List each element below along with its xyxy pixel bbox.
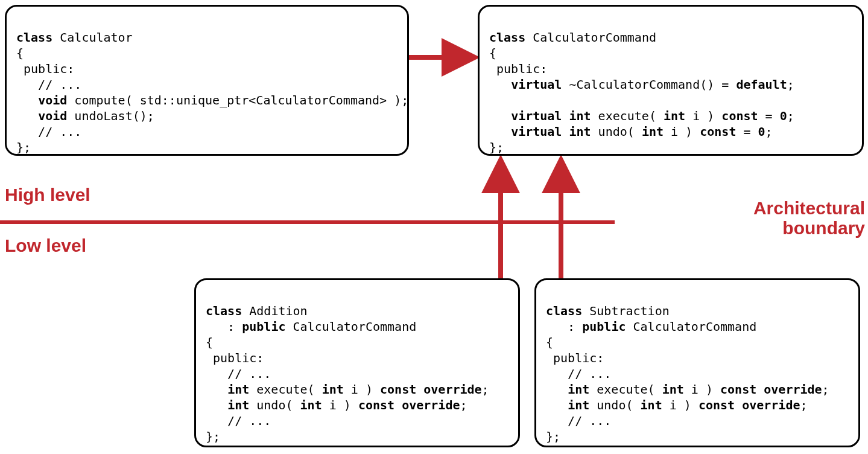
t: // ...: [546, 366, 611, 381]
kw-int: int: [662, 382, 684, 397]
t: CalculatorCommand: [285, 319, 416, 334]
t: ;: [787, 109, 794, 123]
t: undoLast();: [67, 109, 154, 123]
t: ;: [822, 382, 829, 397]
t: ;: [787, 77, 794, 92]
t: {: [206, 335, 213, 350]
kw-class: class: [16, 30, 52, 45]
t: i ): [322, 398, 358, 412]
kw-int: int: [227, 382, 249, 397]
t: Addition: [242, 304, 307, 318]
kw-virtual: virtual: [511, 77, 562, 92]
t: i ): [344, 382, 380, 397]
t: undo(: [249, 398, 300, 412]
t: };: [546, 429, 560, 444]
kw-public: public: [582, 319, 626, 334]
t: };: [489, 140, 504, 155]
t: i ): [662, 398, 699, 412]
t: [546, 398, 568, 412]
kw-class: class: [546, 304, 582, 318]
kw-virtual-int: virtual int: [511, 109, 591, 123]
t: =: [736, 124, 758, 139]
t: ;: [460, 398, 467, 412]
t: // ...: [16, 124, 81, 139]
kw-int: int: [642, 124, 664, 139]
t: i ): [664, 124, 700, 139]
t: [546, 382, 568, 397]
kw-const: const: [721, 109, 758, 123]
t: compute( std::unique_ptr<CalculatorComma…: [67, 93, 408, 107]
t: };: [16, 140, 31, 155]
t: [489, 109, 511, 123]
t: [206, 398, 227, 412]
box-calculator: class Calculator { public: // ... void c…: [5, 5, 409, 156]
kw-int: int: [300, 398, 322, 412]
t: Calculator: [52, 30, 132, 45]
t: Subtraction: [582, 304, 670, 318]
t: [489, 124, 511, 139]
t: ;: [482, 382, 489, 397]
t: CalculatorCommand: [626, 319, 756, 334]
kw-const-override: const override: [720, 382, 822, 397]
t: {: [546, 335, 553, 350]
box-calculator-command: class CalculatorCommand { public: virtua…: [478, 5, 864, 156]
t: // ...: [16, 77, 81, 92]
kw-int: int: [568, 398, 589, 412]
t: public:: [206, 351, 264, 365]
t: // ...: [206, 414, 271, 428]
t: [206, 382, 227, 397]
t: :: [546, 319, 582, 334]
kw-const: const: [700, 124, 736, 139]
kw-0: 0: [780, 109, 787, 123]
kw-const-override: const override: [358, 398, 460, 412]
t: ;: [765, 124, 773, 139]
diagram-stage: High level Low level Architectural bound…: [0, 0, 868, 454]
kw-void: void: [38, 93, 67, 107]
t: execute(: [589, 382, 662, 397]
label-low-level: Low level: [5, 235, 86, 255]
label-high-level: High level: [5, 185, 90, 205]
t: [16, 109, 38, 123]
t: execute(: [591, 109, 664, 123]
kw-0: 0: [758, 124, 765, 139]
kw-int: int: [664, 109, 685, 123]
t: =: [758, 109, 780, 123]
kw-public: public: [242, 319, 285, 334]
t: // ...: [546, 414, 611, 428]
t: {: [489, 46, 496, 60]
kw-virtual-int: virtual int: [511, 124, 591, 139]
t: public:: [16, 62, 74, 76]
t: undo(: [589, 398, 640, 412]
t: [489, 77, 511, 92]
kw-const-override: const override: [380, 382, 482, 397]
t: public:: [546, 351, 604, 365]
t: // ...: [206, 366, 271, 381]
t: public:: [489, 62, 547, 76]
t: execute(: [249, 382, 322, 397]
t: ~CalculatorCommand() =: [562, 77, 736, 92]
kw-int: int: [641, 398, 662, 412]
kw-void: void: [38, 109, 67, 123]
arch-line-1: Architectural: [753, 198, 865, 218]
kw-default: default: [736, 77, 787, 92]
t: undo(: [591, 124, 642, 139]
label-architectural-boundary: Architectural boundary: [618, 198, 865, 238]
kw-int: int: [227, 398, 249, 412]
kw-int: int: [568, 382, 589, 397]
kw-int: int: [322, 382, 344, 397]
t: :: [206, 319, 242, 334]
t: CalculatorCommand: [525, 30, 656, 45]
t: i ): [685, 109, 721, 123]
t: [16, 93, 38, 107]
kw-class: class: [206, 304, 242, 318]
t: {: [16, 46, 24, 60]
t: };: [206, 429, 220, 444]
kw-class: class: [489, 30, 525, 45]
t: i ): [684, 382, 720, 397]
kw-const-override: const override: [699, 398, 800, 412]
t: ;: [800, 398, 807, 412]
box-subtraction: class Subtraction : public CalculatorCom…: [534, 278, 860, 447]
arch-line-2: boundary: [782, 218, 865, 238]
box-addition: class Addition : public CalculatorComman…: [194, 278, 520, 447]
